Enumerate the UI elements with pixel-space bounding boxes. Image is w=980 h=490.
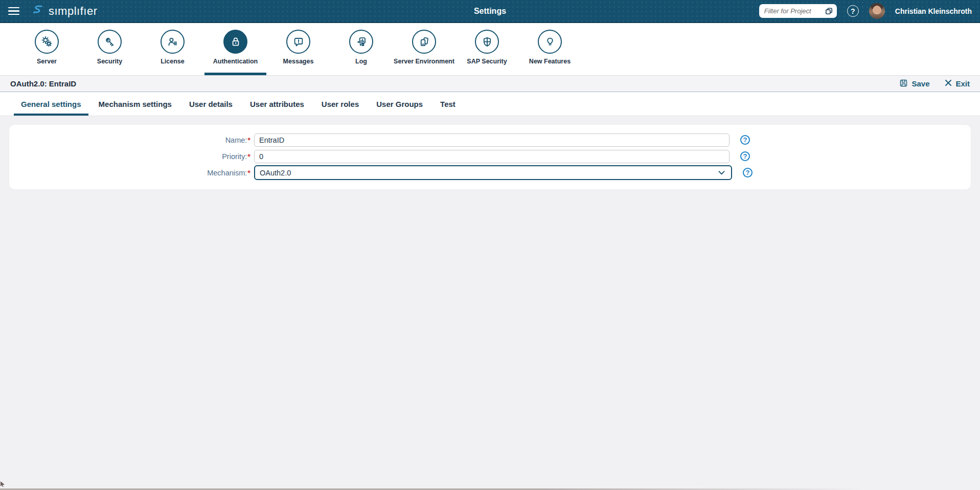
- project-filter: [759, 4, 837, 18]
- detail-tab-user-details[interactable]: User details: [180, 92, 241, 116]
- settings-category-label: License: [161, 58, 185, 65]
- priority-input[interactable]: [254, 150, 730, 163]
- simplifier-s-icon: [31, 3, 44, 19]
- chevron-down-icon: [718, 171, 725, 175]
- save-floppy-icon: [899, 79, 908, 89]
- detail-tab-mechanism-settings[interactable]: Mechanism settings: [90, 92, 180, 116]
- detail-tab-general-settings[interactable]: General settings: [12, 92, 90, 116]
- selected-value: OAuth2.0: [260, 169, 291, 177]
- settings-category-bar: Server Security License Authentication M…: [0, 23, 980, 75]
- settings-category-tab-sap-security[interactable]: SAP Security: [455, 23, 518, 75]
- field-help-icon[interactable]: [740, 151, 750, 161]
- settings-category-label: SAP Security: [467, 58, 507, 65]
- app-logo[interactable]: sımplıfıer: [31, 3, 97, 19]
- save-button[interactable]: Save: [899, 79, 929, 89]
- log-chart-icon: [355, 35, 368, 49]
- required-asterisk: [247, 169, 250, 177]
- settings-category-label: Log: [355, 58, 367, 65]
- form-row: Mechanism: OAuth2.0: [9, 166, 971, 180]
- settings-category-tab-authentication[interactable]: Authentication: [204, 23, 267, 75]
- field-label: Mechanism:: [9, 169, 250, 177]
- app-name: sımplıfıer: [49, 5, 97, 18]
- project-selector-icon[interactable]: [824, 6, 834, 18]
- content-area: Name: Priority: Mechanism: OAuth2.0: [0, 116, 980, 198]
- settings-category-tab-new-features[interactable]: New Features: [518, 23, 581, 75]
- object-title: OAuth2.0: EntraID: [10, 79, 76, 88]
- license-person-icon: [166, 35, 179, 49]
- header-help-icon[interactable]: [847, 5, 859, 17]
- exit-button[interactable]: Exit: [945, 79, 970, 88]
- settings-category-label: Server: [37, 58, 57, 65]
- detail-tab-user-attributes[interactable]: User attributes: [241, 92, 313, 116]
- detail-tab-user-roles[interactable]: User roles: [313, 92, 368, 116]
- server-gears-icon: [40, 35, 54, 49]
- security-key-icon: [103, 35, 117, 49]
- field-label: Name:: [9, 136, 250, 144]
- required-asterisk: [247, 136, 250, 144]
- detail-tab-user-groups[interactable]: User Groups: [368, 92, 431, 116]
- field-label: Priority:: [9, 152, 250, 161]
- exit-x-icon: [945, 79, 952, 88]
- form-row: Priority:: [9, 149, 971, 163]
- settings-category-tab-server[interactable]: Server: [15, 23, 78, 75]
- settings-category-tab-log[interactable]: Log: [330, 23, 393, 75]
- field-help-icon[interactable]: [740, 135, 750, 145]
- settings-category-label: New Features: [529, 58, 571, 65]
- user-avatar[interactable]: [869, 3, 885, 19]
- settings-category-label: Security: [97, 58, 122, 65]
- field-help-icon[interactable]: [743, 168, 753, 177]
- settings-category-tab-license[interactable]: License: [141, 23, 204, 75]
- settings-category-tab-security[interactable]: Security: [78, 23, 141, 75]
- user-name: Christian Kleinschroth: [895, 7, 972, 15]
- object-toolbar: OAuth2.0: EntraID Save Exit: [0, 75, 980, 92]
- new-features-bulb-icon: [543, 35, 557, 49]
- settings-category-tab-messages[interactable]: Messages: [267, 23, 330, 75]
- general-settings-card: Name: Priority: Mechanism: OAuth2.0: [9, 125, 971, 189]
- settings-category-label: Authentication: [213, 58, 258, 65]
- form-row: Name:: [9, 133, 971, 147]
- server-environment-icon: [418, 35, 431, 49]
- required-asterisk: [247, 152, 250, 161]
- messages-bubble-icon: [292, 35, 305, 49]
- hamburger-menu-icon[interactable]: [8, 7, 19, 15]
- settings-category-label: Server Environment: [394, 58, 454, 65]
- detail-tab-test[interactable]: Test: [431, 92, 464, 116]
- authentication-lock-icon: [229, 35, 242, 49]
- settings-category-label: Messages: [283, 58, 314, 65]
- name-input[interactable]: [254, 133, 730, 147]
- top-header-bar: sımplıfıer Settings Christian Kleinschro…: [0, 0, 980, 23]
- detail-tab-bar: General settings Mechanism settings User…: [0, 92, 980, 116]
- settings-category-tab-server-environment[interactable]: Server Environment: [393, 23, 455, 75]
- mouse-cursor: [1, 480, 5, 489]
- sap-security-shield-icon: [481, 35, 494, 49]
- mechanism-select[interactable]: OAuth2.0: [254, 165, 732, 180]
